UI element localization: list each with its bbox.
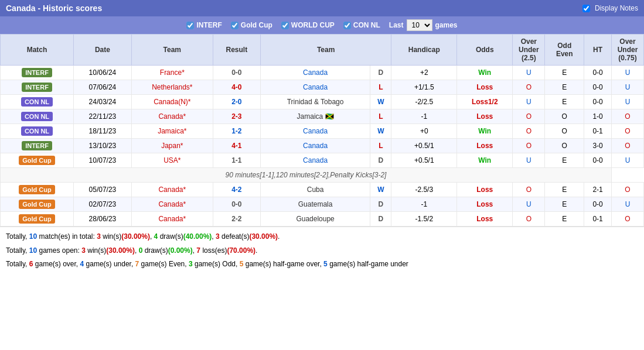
- cell-outcome: L: [370, 80, 391, 95]
- match-badge: Gold Cup: [19, 156, 55, 165]
- table-row: CON NL 22/11/23 Canada* 2-3 Jamaica 🇯🇲 L…: [1, 109, 644, 124]
- cell-ht: 1-0: [584, 109, 612, 124]
- cell-team-away: Canada: [260, 80, 370, 95]
- cell-ht: 0-0: [584, 95, 612, 109]
- total-defeats: 3: [216, 232, 220, 241]
- cell-badge: CON NL: [1, 124, 74, 139]
- open-losses: 7: [196, 246, 200, 255]
- filter-con-nl-label: CON NL: [353, 21, 380, 29]
- cell-handicap: +0.5/1: [391, 153, 457, 168]
- table-row: CON NL 24/03/24 Canada(N)* 2-0 Trinidad …: [1, 95, 644, 109]
- table-row: INTERF 10/06/24 France* 0-0 Canada D +2 …: [1, 66, 644, 80]
- even-count: 7: [135, 260, 139, 268]
- cell-ou075: O: [612, 109, 644, 124]
- note-cell: 90 minutes[1-1],120 minutes[2-2],Penalty…: [1, 168, 612, 183]
- cell-team-home: Jamaica*: [131, 124, 213, 139]
- cell-ou25: O: [513, 109, 545, 124]
- cell-team-home: Canada*: [131, 197, 213, 212]
- cell-oe: O: [545, 139, 584, 153]
- cell-ht: 0-1: [584, 124, 612, 139]
- cell-outcome: D: [370, 212, 391, 227]
- cell-team-away: Canada: [260, 139, 370, 153]
- games-label: games: [435, 21, 458, 29]
- cell-outcome: W: [370, 183, 391, 197]
- cell-badge: INTERF: [1, 80, 74, 95]
- table-row: CON NL 18/11/23 Jamaica* 1-2 Canada W +0…: [1, 124, 644, 139]
- odd-count: 3: [189, 260, 193, 268]
- filter-interf-checkbox[interactable]: [186, 22, 194, 29]
- total-wins: 3: [97, 232, 101, 241]
- cell-handicap: -2/2.5: [391, 95, 457, 109]
- display-notes-label: Display Notes: [595, 4, 638, 12]
- cell-ou075: U: [612, 66, 644, 80]
- filter-gold-cup-label: Gold Cup: [241, 21, 272, 29]
- under-count: 4: [80, 260, 84, 268]
- cell-badge: CON NL: [1, 95, 74, 109]
- cell-badge: Gold Cup: [1, 183, 74, 197]
- filter-gold-cup: Gold Cup: [231, 21, 272, 29]
- cell-odds: Loss: [457, 212, 513, 227]
- cell-ou25: O: [513, 139, 545, 153]
- cell-result: 0-0: [213, 66, 260, 80]
- col-handicap: Handicap: [391, 35, 457, 66]
- cell-date: 13/10/23: [74, 139, 132, 153]
- cell-team-away: Guadeloupe: [260, 212, 370, 227]
- display-notes-checkbox[interactable]: [582, 5, 590, 12]
- cell-ht: 0-0: [584, 197, 612, 212]
- last-games-select[interactable]: 5 10 15 20 25 30: [407, 19, 432, 31]
- cell-outcome: L: [370, 139, 391, 153]
- cell-ou075: U: [612, 153, 644, 168]
- filter-world-cup-checkbox[interactable]: [281, 22, 289, 29]
- cell-team-home: Netherlands*: [131, 80, 213, 95]
- match-badge: Gold Cup: [19, 200, 55, 209]
- cell-handicap: +1/1.5: [391, 80, 457, 95]
- cell-result: 2-3: [213, 109, 260, 124]
- summary-line2: Totally, 10 games open: 3 win(s)(30.00%)…: [6, 245, 638, 258]
- cell-ou075: U: [612, 197, 644, 212]
- cell-team-away: Jamaica 🇯🇲: [260, 109, 370, 124]
- match-badge: CON NL: [21, 126, 53, 136]
- cell-result: 4-2: [213, 183, 260, 197]
- cell-handicap: -2.5/3: [391, 183, 457, 197]
- header-bar: Canada - Historic scores Display Notes: [0, 0, 644, 16]
- cell-outcome: D: [370, 153, 391, 168]
- cell-odds: Win: [457, 66, 513, 80]
- cell-ou25: O: [513, 183, 545, 197]
- cell-team-away: Guatemala: [260, 197, 370, 212]
- cell-team-away: Canada: [260, 153, 370, 168]
- col-ou075: OverUnder(0.75): [612, 35, 644, 66]
- filter-gold-cup-checkbox[interactable]: [231, 22, 238, 29]
- cell-ht: 0-0: [584, 80, 612, 95]
- cell-handicap: -1: [391, 109, 457, 124]
- cell-ou25: O: [513, 212, 545, 227]
- cell-date: 28/06/23: [74, 212, 132, 227]
- cell-date: 02/07/23: [74, 197, 132, 212]
- cell-handicap: +2: [391, 66, 457, 80]
- cell-ht: 0-0: [584, 153, 612, 168]
- cell-badge: Gold Cup: [1, 153, 74, 168]
- cell-handicap: -1: [391, 197, 457, 212]
- table-row: Gold Cup 10/07/23 USA* 1-1 Canada D +0.5…: [1, 153, 644, 168]
- cell-outcome: L: [370, 109, 391, 124]
- filter-bar: INTERF Gold Cup WORLD CUP CON NL Last 5 …: [0, 16, 644, 34]
- cell-oe: E: [545, 197, 584, 212]
- last-games-container: Last 5 10 15 20 25 30 games: [389, 19, 458, 31]
- filter-con-nl-checkbox[interactable]: [343, 22, 351, 29]
- cell-team-away: Cuba: [260, 183, 370, 197]
- cell-badge: Gold Cup: [1, 212, 74, 227]
- cell-oe: E: [545, 80, 584, 95]
- cell-ou075: O: [612, 124, 644, 139]
- filter-interf-label: INTERF: [196, 21, 222, 29]
- col-result: Result: [213, 35, 260, 66]
- cell-date: 22/11/23: [74, 109, 132, 124]
- cell-result: 4-0: [213, 80, 260, 95]
- col-odds: Odds: [457, 35, 513, 66]
- cell-team-away: Canada: [260, 66, 370, 80]
- cell-handicap: +0: [391, 124, 457, 139]
- cell-oe: E: [545, 153, 584, 168]
- cell-result: 4-1: [213, 139, 260, 153]
- cell-ou075: U: [612, 95, 644, 109]
- cell-date: 18/11/23: [74, 124, 132, 139]
- table-row: Gold Cup 28/06/23 Canada* 2-2 Guadeloupe…: [1, 212, 644, 227]
- match-badge: INTERF: [22, 141, 52, 150]
